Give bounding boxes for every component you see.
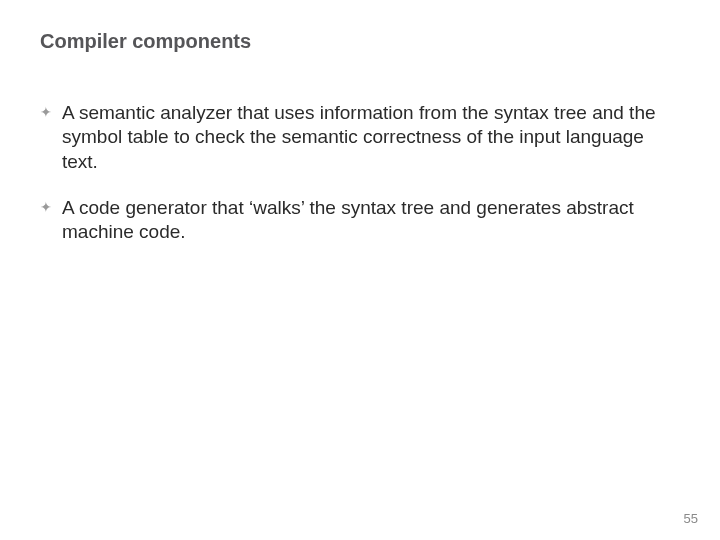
- page-number: 55: [684, 511, 698, 526]
- slide: Compiler components ✦ A semantic analyze…: [0, 0, 720, 540]
- bullet-text: A code generator that ‘walks’ the syntax…: [62, 196, 680, 245]
- bullet-marker-icon: ✦: [40, 101, 62, 123]
- bullet-text: A semantic analyzer that uses informatio…: [62, 101, 680, 174]
- slide-title: Compiler components: [40, 30, 680, 53]
- bullet-list: ✦ A semantic analyzer that uses informat…: [40, 101, 680, 245]
- list-item: ✦ A semantic analyzer that uses informat…: [40, 101, 680, 174]
- bullet-marker-icon: ✦: [40, 196, 62, 218]
- list-item: ✦ A code generator that ‘walks’ the synt…: [40, 196, 680, 245]
